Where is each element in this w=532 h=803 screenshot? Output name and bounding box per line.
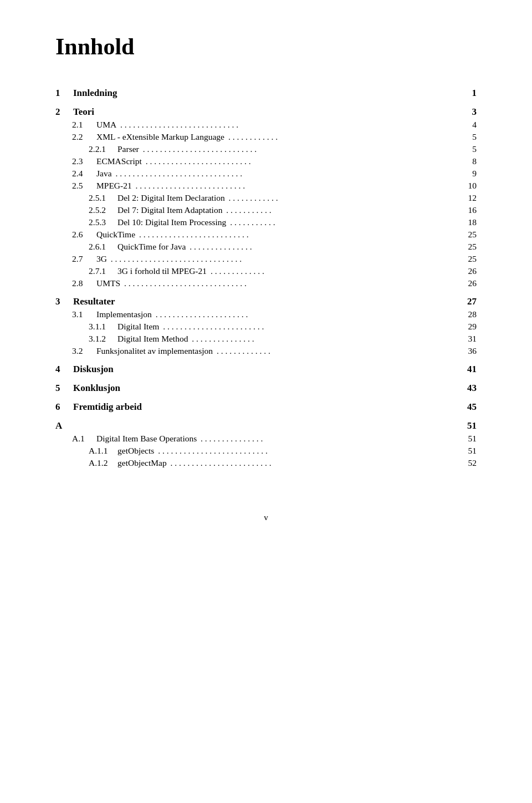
toc-entry-2-5-3: 2.5.3 Del 10: Digital Item Processing . … [55,217,477,227]
toc-entry-2-2: 2.2 XML - eXtensible Markup Language . .… [55,132,477,142]
toc-entry-3-1-2: 3.1.2 Digital Item Method . . . . . . . … [55,334,477,344]
toc-entry-2-5: 2.5 MPEG-21 . . . . . . . . . . . . . . … [55,181,477,191]
toc-entry-2-5-1: 2.5.1 Del 2: Digital Item Declaration . … [55,193,477,203]
toc-entry-2-7-1: 2.7.1 3G i forhold til MPEG-21 . . . . .… [55,266,477,276]
toc-container: 1 Innledning 1 2 Teori 3 2.1 UMA . . . .… [55,88,477,468]
toc-entry-2-4: 2.4 Java . . . . . . . . . . . . . . . .… [55,169,477,179]
toc-entry-5: 5 Konklusjon 43 [55,383,477,394]
toc-entry-2: 2 Teori 3 [55,106,477,118]
toc-entry-2-5-2: 2.5.2 Del 7: Digital Item Adaptation . .… [55,205,477,215]
toc-entry-2-3: 2.3 ECMAScript . . . . . . . . . . . . .… [55,156,477,166]
toc-entry-3-2: 3.2 Funksjonalitet av implementasjon . .… [55,346,477,356]
page-title: Innhold [55,33,477,60]
toc-entry-3: 3 Resultater 27 [55,296,477,307]
toc-entry-3-1-1: 3.1.1 Digital Item . . . . . . . . . . .… [55,322,477,332]
toc-entry-A: A 51 [55,420,477,431]
toc-entry-A-1: A.1 Digital Item Base Operations . . . .… [55,434,477,444]
toc-entry-2-7: 2.7 3G . . . . . . . . . . . . . . . . .… [55,254,477,264]
page-footer: v [55,512,477,522]
toc-entry-1: 1 Innledning 1 [55,88,477,99]
toc-entry-2-8: 2.8 UMTS . . . . . . . . . . . . . . . .… [55,278,477,288]
toc-entry-2-6: 2.6 QuickTime . . . . . . . . . . . . . … [55,230,477,240]
toc-entry-2-2-1: 2.2.1 Parser . . . . . . . . . . . . . .… [55,144,477,154]
toc-entry-A-1-1: A.1.1 getObjects . . . . . . . . . . . .… [55,446,477,456]
toc-entry-2-6-1: 2.6.1 QuickTime for Java . . . . . . . .… [55,242,477,252]
toc-entry-6: 6 Fremtidig arbeid 45 [55,402,477,413]
toc-entry-A-1-2: A.1.2 getObjectMap . . . . . . . . . . .… [55,458,477,468]
toc-entry-3-1: 3.1 Implementasjon . . . . . . . . . . .… [55,309,477,319]
toc-entry-4: 4 Diskusjon 41 [55,364,477,375]
toc-entry-2-1: 2.1 UMA . . . . . . . . . . . . . . . . … [55,120,477,130]
